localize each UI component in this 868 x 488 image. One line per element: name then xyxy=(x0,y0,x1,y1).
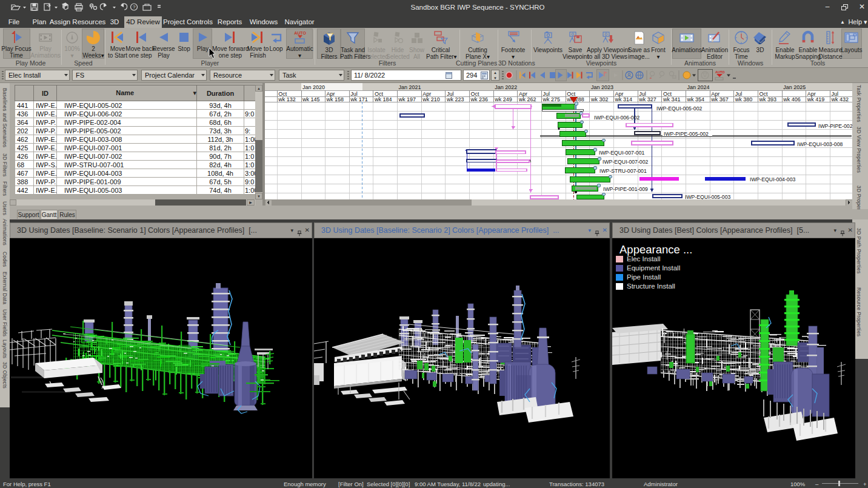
svg-text:wk 275: wk 275 xyxy=(542,96,561,102)
svg-text:Jan 2021: Jan 2021 xyxy=(399,84,421,90)
svg-text:Equipment Install: Equipment Install xyxy=(627,264,680,272)
svg-text:Jan 2023: Jan 2023 xyxy=(591,84,613,90)
svg-text:IWP-EQUI-007-001: IWP-EQUI-007-001 xyxy=(599,150,644,156)
svg-text:wk 223: wk 223 xyxy=(446,96,464,102)
svg-text:wk 354: wk 354 xyxy=(687,96,705,102)
svg-text:wk 327: wk 327 xyxy=(638,96,656,102)
svg-text:AUTO: AUTO xyxy=(294,31,306,35)
svg-text:wk 171: wk 171 xyxy=(350,96,368,102)
svg-text:wk 419: wk 419 xyxy=(807,96,825,102)
svg-text:AUTO: AUTO xyxy=(715,70,725,74)
svg-text:wk 314: wk 314 xyxy=(615,96,633,102)
svg-text:wk 236: wk 236 xyxy=(470,96,489,102)
svg-text:Elec Install: Elec Install xyxy=(627,255,661,262)
svg-text:wk 262: wk 262 xyxy=(518,96,536,102)
svg-text:Appearance ...: Appearance ... xyxy=(619,243,692,256)
svg-text:wk 184: wk 184 xyxy=(374,96,392,102)
svg-text:Jan 2020: Jan 2020 xyxy=(302,84,325,90)
svg-text:Structure Install: Structure Install xyxy=(627,282,675,290)
svg-text:wk 406: wk 406 xyxy=(783,96,801,102)
svg-text:IWP-PIPE-001-009: IWP-PIPE-001-009 xyxy=(603,186,648,192)
svg-text:wk 302: wk 302 xyxy=(590,96,609,102)
svg-text:wk 197: wk 197 xyxy=(398,96,416,102)
svg-text:IWP-EQUI-003-008: IWP-EQUI-003-008 xyxy=(797,141,843,147)
svg-text:IWP-EQUI-007-002: IWP-EQUI-007-002 xyxy=(603,159,648,165)
svg-text:IWP-STRU-007-001: IWP-STRU-007-001 xyxy=(599,168,647,174)
svg-text:IWP-EQUI-005-002: IWP-EQUI-005-002 xyxy=(656,105,702,112)
svg-text:wk 393: wk 393 xyxy=(759,96,777,102)
svg-text:IWP-EQUI-006-002: IWP-EQUI-006-002 xyxy=(594,115,639,121)
svg-text:wk 249: wk 249 xyxy=(494,96,512,102)
svg-text:wk 210: wk 210 xyxy=(422,96,440,102)
svg-text:IWP-PIPE-002-004: IWP-PIPE-002-004 xyxy=(818,123,852,129)
svg-text:wk 367: wk 367 xyxy=(710,96,729,102)
svg-text:IWP-EQUI-004-003: IWP-EQUI-004-003 xyxy=(750,176,795,182)
svg-text:wk 145: wk 145 xyxy=(302,96,320,102)
svg-text:Jan 2024: Jan 2024 xyxy=(687,84,710,90)
svg-text:wk 158: wk 158 xyxy=(326,96,344,102)
svg-text:IWP-EQUI-005-003: IWP-EQUI-005-003 xyxy=(685,194,730,200)
svg-text:?: ? xyxy=(133,4,136,10)
svg-text:wk 341: wk 341 xyxy=(663,96,681,102)
svg-text:Pipe Install: Pipe Install xyxy=(627,273,661,281)
svg-text:Jan 2022: Jan 2022 xyxy=(495,84,517,90)
svg-text:IWP-PIPE-005-002: IWP-PIPE-005-002 xyxy=(664,131,709,137)
svg-text:wk 432: wk 432 xyxy=(831,96,849,102)
svg-text:wk 380: wk 380 xyxy=(735,96,753,102)
svg-text:Jan 2025: Jan 2025 xyxy=(783,84,806,90)
svg-text:wk 132: wk 132 xyxy=(278,96,296,102)
